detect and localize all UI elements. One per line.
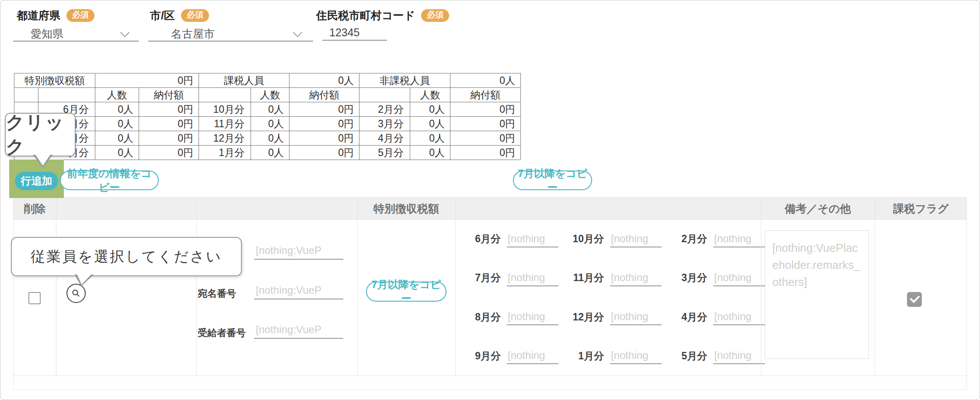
month-amount-input[interactable] bbox=[610, 309, 662, 325]
cell: 12月分 bbox=[199, 131, 251, 146]
summary-nontaxable-label: 非課税人員 bbox=[359, 73, 450, 88]
month-label: 3月分 bbox=[673, 271, 707, 285]
month-label: 12月分 bbox=[570, 310, 604, 324]
prefecture-label: 都道府県 bbox=[17, 9, 60, 21]
required-badge: 必須 bbox=[66, 9, 94, 22]
summary-subheader-row: 人数 納付額 人数 納付額 人数 納付額 bbox=[14, 88, 521, 102]
cell: 0人 bbox=[410, 131, 450, 146]
column-divider bbox=[875, 198, 875, 376]
summary-header-row: 特別徴収税額 0円 課税人員 0人 非課税人員 0人 bbox=[14, 73, 521, 88]
month-amount-input[interactable] bbox=[713, 348, 765, 364]
cell: 0人 bbox=[251, 131, 289, 146]
employee-text-input[interactable] bbox=[254, 242, 343, 260]
employee-search-button[interactable] bbox=[66, 284, 86, 303]
month-cell: 10月分 bbox=[558, 219, 662, 258]
detail-table: 削除 特別徴収税額 備考／その他 課税フラグ 宛名番号 受給者番号 7月以降をコ… bbox=[13, 197, 967, 390]
search-icon bbox=[71, 288, 81, 299]
summary-tax-label: 特別徴収税額 bbox=[14, 73, 95, 88]
chevron-down-icon bbox=[293, 28, 302, 37]
month-amount-input[interactable] bbox=[610, 270, 662, 286]
month-label: 1月分 bbox=[570, 349, 604, 363]
month-label: 7月分 bbox=[467, 271, 501, 285]
prefecture-select[interactable]: 愛知県 bbox=[13, 25, 139, 42]
count-header: 人数 bbox=[251, 88, 289, 102]
cell: 0円 bbox=[450, 102, 521, 117]
cell: 0円 bbox=[139, 131, 199, 146]
cell: 11月分 bbox=[199, 117, 251, 131]
select-employee-callout: 従業員を選択してください bbox=[11, 237, 242, 276]
month-amount-input[interactable] bbox=[507, 348, 558, 364]
empty-cell bbox=[199, 88, 251, 102]
copy-from-july-button[interactable]: 7月以降をコピー bbox=[513, 170, 592, 190]
month-amount-input[interactable] bbox=[713, 270, 765, 286]
cell: 0円 bbox=[289, 131, 359, 146]
column-divider bbox=[56, 198, 56, 376]
remarks-textarea[interactable]: [nothing:VuePlaceholder.remarks_others] bbox=[765, 230, 869, 359]
cell: 0円 bbox=[139, 146, 199, 160]
summary-table: 特別徴収税額 0円 課税人員 0人 非課税人員 0人 人数 納付額 人数 納付額… bbox=[14, 73, 521, 160]
month-label: 5月分 bbox=[673, 349, 707, 363]
prefecture-field: 都道府県必須 bbox=[17, 8, 94, 23]
amount-header: 納付額 bbox=[450, 88, 521, 102]
month-cell: 3月分 bbox=[662, 258, 765, 297]
copy-previous-year-button[interactable]: 前年度の情報をコピー bbox=[60, 170, 159, 190]
jukyusha-number-input[interactable] bbox=[254, 321, 343, 339]
required-badge: 必須 bbox=[181, 9, 209, 22]
cell: 0人 bbox=[95, 131, 139, 146]
month-cell: 5月分 bbox=[662, 337, 765, 376]
month-amount-input[interactable] bbox=[610, 231, 662, 247]
cell: 2月分 bbox=[359, 102, 410, 117]
summary-taxable-value: 0人 bbox=[289, 73, 359, 88]
month-label: 9月分 bbox=[467, 349, 501, 363]
cell: 0円 bbox=[450, 131, 521, 146]
cell: 0円 bbox=[450, 117, 521, 131]
municipal-code-field: 住民税市町村コード必須 bbox=[316, 8, 449, 23]
month-cell: 4月分 bbox=[662, 298, 765, 337]
summary-row: 月 6月分 0人 0円 10月分 0人 0円 2月分 0人 0円 bbox=[14, 102, 521, 117]
cell: 0円 bbox=[450, 146, 521, 160]
month-label: 2月分 bbox=[673, 232, 707, 246]
column-divider bbox=[196, 198, 197, 376]
column-divider bbox=[455, 198, 456, 376]
chevron-down-icon bbox=[120, 28, 129, 37]
atena-number-input[interactable] bbox=[254, 282, 343, 299]
cell: 0円 bbox=[289, 117, 359, 131]
city-select[interactable]: 名古屋市 bbox=[148, 25, 313, 42]
empty-cell bbox=[14, 88, 38, 102]
cell: 0人 bbox=[251, 146, 289, 160]
atena-number-label: 宛名番号 bbox=[198, 287, 236, 300]
month-amount-input[interactable] bbox=[713, 231, 765, 247]
cell: 0人 bbox=[95, 146, 139, 160]
callout-tail bbox=[33, 155, 53, 167]
month-label: 6月分 bbox=[467, 232, 501, 246]
click-callout: クリック bbox=[5, 113, 76, 157]
cell: 3月分 bbox=[359, 117, 410, 131]
jukyusha-number-label: 受給者番号 bbox=[198, 327, 246, 340]
row-select-checkbox[interactable] bbox=[28, 292, 41, 304]
summary-row: 8月分 0人 0円 12月分 0人 0円 4月分 0人 0円 bbox=[14, 131, 521, 146]
month-amount-input[interactable] bbox=[507, 270, 558, 286]
summary-row: 9月分 0人 0円 1月分 0人 0円 5月分 0人 0円 bbox=[14, 146, 521, 160]
add-row-button[interactable]: 行追加 bbox=[15, 172, 58, 190]
month-amount-input[interactable] bbox=[610, 348, 662, 364]
month-cell: 8月分 bbox=[455, 298, 558, 337]
month-amount-input[interactable] bbox=[713, 309, 765, 325]
cell: 0円 bbox=[139, 117, 199, 131]
month-label: 8月分 bbox=[467, 310, 501, 324]
month-amount-input[interactable] bbox=[507, 231, 558, 247]
municipal-code-input[interactable] bbox=[322, 25, 387, 41]
month-amount-input[interactable] bbox=[507, 309, 558, 325]
remarks-placeholder: [nothing:VuePlaceholder.remarks_others] bbox=[765, 231, 868, 299]
select-employee-callout-text: 従業員を選択してください bbox=[31, 247, 222, 267]
copy-from-july-row-button[interactable]: 7月以降をコピー bbox=[366, 282, 446, 302]
count-header: 人数 bbox=[410, 88, 450, 102]
column-divider bbox=[761, 198, 761, 376]
cell: 0人 bbox=[251, 102, 289, 117]
row-divider bbox=[14, 376, 966, 376]
amount-header: 納付額 bbox=[139, 88, 199, 102]
cell: 10月分 bbox=[199, 102, 251, 117]
count-header: 人数 bbox=[95, 88, 139, 102]
tax-flag-checkbox[interactable] bbox=[907, 292, 922, 307]
header-delete: 削除 bbox=[14, 198, 56, 219]
summary-taxable-label: 課税人員 bbox=[199, 73, 289, 88]
